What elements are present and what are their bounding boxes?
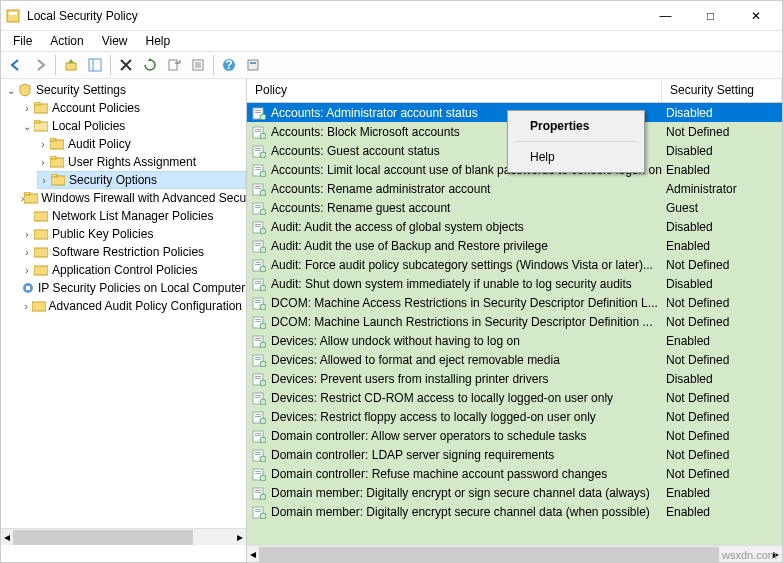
forward-button[interactable] [29, 54, 51, 76]
policy-name: Devices: Allowed to format and eject rem… [271, 353, 560, 367]
expand-icon[interactable]: › [21, 103, 33, 114]
policy-row[interactable]: Audit: Force audit policy subcategory se… [247, 255, 782, 274]
expand-icon[interactable]: › [21, 247, 33, 258]
list-horizontal-scrollbar[interactable]: ◂▸ [247, 545, 782, 562]
tree-label: Security Settings [36, 83, 126, 97]
menu-help[interactable]: Help [138, 32, 179, 50]
tree-item-advanced-audit[interactable]: ›Advanced Audit Policy Configuration [21, 297, 246, 315]
tree-item-firewall[interactable]: ›Windows Firewall with Advanced Security [21, 189, 246, 207]
tree-item-network-list[interactable]: Network List Manager Policies [21, 207, 246, 225]
expand-icon[interactable]: › [37, 139, 49, 150]
policy-row[interactable]: Accounts: Rename guest accountGuest [247, 198, 782, 217]
policy-row[interactable]: Accounts: Rename administrator accountAd… [247, 179, 782, 198]
policy-value-cell: Disabled [662, 372, 782, 386]
policy-name-cell: Devices: Prevent users from installing p… [247, 371, 662, 387]
collapse-icon[interactable]: ⌄ [5, 85, 17, 96]
policy-value-cell: Guest [662, 201, 782, 215]
tree-item-security-options[interactable]: ›Security Options [37, 171, 246, 189]
svg-rect-25 [24, 192, 30, 195]
policy-value-cell: Not Defined [662, 125, 782, 139]
policy-icon [251, 143, 267, 159]
maximize-button[interactable]: □ [688, 1, 733, 30]
show-hide-tree-button[interactable] [84, 54, 106, 76]
tree-item-audit-policy[interactable]: ›Audit Policy [37, 135, 246, 153]
column-header-policy[interactable]: Policy [247, 79, 662, 102]
policy-row[interactable]: Domain member: Digitally encrypt secure … [247, 502, 782, 521]
policy-row[interactable]: DCOM: Machine Launch Restrictions in Sec… [247, 312, 782, 331]
policy-row[interactable]: Domain member: Digitally encrypt or sign… [247, 483, 782, 502]
svg-point-72 [260, 285, 266, 291]
tree-label: Advanced Audit Policy Configuration [49, 299, 242, 313]
export-button[interactable] [163, 54, 185, 76]
tree-item-local-policies[interactable]: ⌄Local Policies [21, 117, 246, 135]
policy-row[interactable]: Devices: Prevent users from installing p… [247, 369, 782, 388]
policy-value-cell: Disabled [662, 144, 782, 158]
tree-item-software-restriction[interactable]: ›Software Restriction Policies [21, 243, 246, 261]
svg-rect-111 [255, 473, 261, 474]
svg-rect-99 [255, 416, 261, 417]
column-header-setting[interactable]: Security Setting [662, 79, 782, 102]
policy-row[interactable]: Audit: Audit the use of Backup and Resto… [247, 236, 782, 255]
minimize-button[interactable]: — [643, 1, 688, 30]
tree-item-public-key[interactable]: ›Public Key Policies [21, 225, 246, 243]
tree-item-account-policies[interactable]: ›Account Policies [21, 99, 246, 117]
policy-value-cell: Enabled [662, 239, 782, 253]
expand-icon[interactable]: › [37, 157, 49, 168]
help-button[interactable]: ? [218, 54, 240, 76]
policy-name: Domain member: Digitally encrypt secure … [271, 505, 650, 519]
policy-row[interactable]: Audit: Audit the access of global system… [247, 217, 782, 236]
expand-icon[interactable]: › [21, 265, 33, 276]
tree-root-security-settings[interactable]: ⌄ Security Settings [5, 81, 246, 99]
context-menu-help[interactable]: Help [510, 144, 642, 170]
policy-name: Devices: Restrict CD-ROM access to local… [271, 391, 613, 405]
svg-rect-110 [255, 471, 261, 472]
tree-item-app-control[interactable]: ›Application Control Policies [21, 261, 246, 279]
policy-row[interactable]: Domain controller: LDAP server signing r… [247, 445, 782, 464]
svg-point-40 [260, 133, 266, 139]
svg-point-52 [260, 190, 266, 196]
policy-row[interactable]: Domain controller: Refuse machine accoun… [247, 464, 782, 483]
collapse-icon[interactable]: ⌄ [21, 121, 33, 132]
titlebar: Local Security Policy — □ ✕ [1, 1, 782, 31]
policy-row[interactable]: Audit: Shut down system immediately if u… [247, 274, 782, 293]
toolbar-extra-button[interactable] [242, 54, 264, 76]
policy-value-cell: Disabled [662, 277, 782, 291]
svg-rect-29 [34, 266, 48, 275]
expand-icon[interactable]: › [21, 301, 32, 312]
policy-row[interactable]: Devices: Restrict floppy access to local… [247, 407, 782, 426]
expand-icon[interactable]: › [38, 175, 50, 186]
svg-point-80 [260, 323, 266, 329]
svg-rect-59 [255, 226, 261, 227]
svg-rect-90 [255, 376, 261, 377]
folder-icon [49, 136, 65, 152]
svg-rect-82 [255, 338, 261, 339]
policy-row[interactable]: DCOM: Machine Access Restrictions in Sec… [247, 293, 782, 312]
expand-icon[interactable]: › [21, 229, 33, 240]
menu-view[interactable]: View [94, 32, 136, 50]
svg-rect-106 [255, 452, 261, 453]
up-button[interactable] [60, 54, 82, 76]
policy-row[interactable]: Domain controller: Allow server operator… [247, 426, 782, 445]
menu-action[interactable]: Action [42, 32, 91, 50]
context-menu-properties[interactable]: Properties [510, 113, 642, 139]
svg-point-44 [260, 152, 266, 158]
tree-horizontal-scrollbar[interactable]: ◂▸ [1, 528, 246, 545]
policy-row[interactable]: Devices: Allowed to format and eject rem… [247, 350, 782, 369]
refresh-button[interactable] [139, 54, 161, 76]
policy-row[interactable]: Devices: Allow undock without having to … [247, 331, 782, 350]
properties-button[interactable] [187, 54, 209, 76]
policy-row[interactable]: Devices: Restrict CD-ROM access to local… [247, 388, 782, 407]
svg-rect-119 [255, 511, 261, 512]
close-button[interactable]: ✕ [733, 1, 778, 30]
svg-rect-87 [255, 359, 261, 360]
back-button[interactable] [5, 54, 27, 76]
svg-rect-46 [255, 167, 261, 168]
svg-rect-63 [255, 245, 261, 246]
delete-button[interactable] [115, 54, 137, 76]
menu-file[interactable]: File [5, 32, 40, 50]
svg-point-104 [260, 437, 266, 443]
tree-item-ip-security[interactable]: IP Security Policies on Local Computer [21, 279, 246, 297]
tree-pane[interactable]: ⌄ Security Settings ›Account Policies ⌄L… [1, 79, 247, 562]
tree-label: Security Options [69, 173, 157, 187]
tree-item-user-rights[interactable]: ›User Rights Assignment [37, 153, 246, 171]
